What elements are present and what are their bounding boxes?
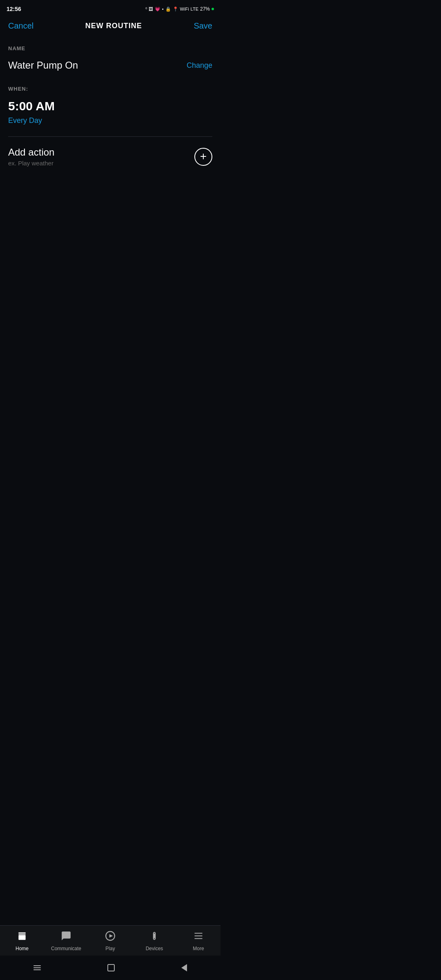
add-action-row: Add action ex. Play weather + [8, 147, 212, 167]
notification-icon: ⁰ [145, 7, 147, 12]
section-divider [8, 136, 212, 137]
time-display: 12:56 [7, 6, 21, 12]
status-bar: 12:56 ⁰ 🖼 💗 • 🔒 📍 WiFi LTE 27% [0, 0, 220, 16]
add-action-button[interactable]: + [194, 148, 212, 166]
add-action-title: Add action [8, 147, 54, 158]
change-name-button[interactable]: Change [187, 61, 212, 70]
routine-name: Water Pump On [8, 60, 78, 71]
schedule-time[interactable]: 5:00 AM [8, 99, 212, 113]
page-title: NEW ROUTINE [85, 22, 142, 30]
main-content: NAME Water Pump On Change WHEN: 5:00 AM … [0, 37, 220, 167]
save-button[interactable]: Save [194, 21, 212, 31]
location-icon: 📍 [173, 7, 178, 12]
wifi-icon: WiFi [180, 7, 189, 11]
when-section-label: WHEN: [8, 86, 212, 92]
bag-icon: 🔒 [165, 7, 171, 12]
status-icons: ⁰ 🖼 💗 • 🔒 📍 WiFi LTE 27% [145, 6, 214, 12]
add-action-text: Add action ex. Play weather [8, 147, 54, 167]
top-navigation: Cancel NEW ROUTINE Save [0, 16, 220, 37]
add-action-subtitle: ex. Play weather [8, 160, 54, 167]
plus-icon: + [200, 151, 207, 162]
battery-icon [212, 8, 214, 10]
dot-icon: • [162, 7, 164, 11]
battery-level: 27% [200, 6, 210, 12]
routine-name-row: Water Pump On Change [8, 60, 212, 71]
cancel-button[interactable]: Cancel [8, 21, 33, 31]
schedule-frequency[interactable]: Every Day [8, 116, 212, 125]
signal-icon: LTE [191, 7, 198, 11]
name-section-label: NAME [8, 45, 212, 51]
photo-icon: 🖼 [149, 7, 153, 11]
health-icon: 💗 [155, 7, 160, 12]
